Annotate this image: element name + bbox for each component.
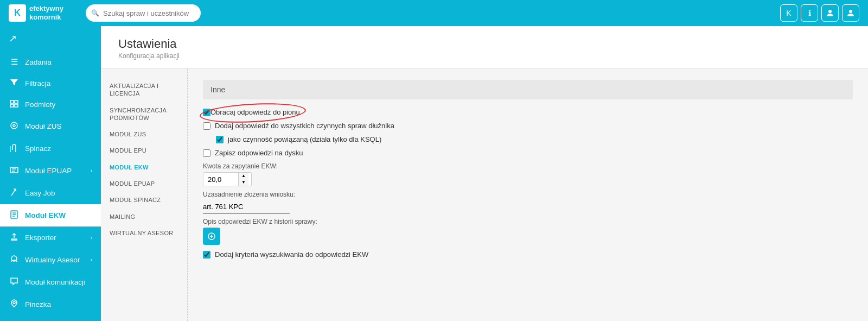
svg-point-11 (13, 301, 15, 304)
wirtualny-asesor-chevron: › (91, 257, 92, 263)
topbar-user2-button[interactable] (842, 4, 859, 22)
checkbox-row-obracaj: Obracaj odpowiedź do pionu (203, 108, 853, 116)
checkbox-dodaj-kryteria[interactable] (203, 251, 210, 259)
uzasadnienie-input[interactable] (203, 200, 290, 213)
topbar-k-button[interactable]: K (780, 4, 797, 22)
modul-ekw-icon (9, 210, 20, 221)
checkbox-obracaj[interactable] (203, 109, 210, 116)
svg-point-6 (11, 122, 17, 129)
checkbox-row-zapisz: Zapisz odpowiedzi na dysku (203, 149, 853, 157)
spinacz-icon (9, 143, 20, 154)
sidebar-item-modul-epuap[interactable]: Moduł EPUAP › (0, 160, 101, 182)
page-header: Ustawienia Konfiguracja aplikacji (101, 26, 868, 69)
sidebar-item-modul-komunikacji[interactable]: Moduł komunikacji (0, 271, 101, 293)
kwota-input-wrapper: ▲ ▼ (203, 172, 252, 186)
content-area: Ustawienia Konfiguracja aplikacji AKTUAL… (101, 26, 868, 321)
svg-rect-3 (15, 100, 18, 103)
sidebar: ↗ ☰ Zadania Filtracja Podmioty Moduł ZUS (0, 26, 101, 321)
settings-nav-modul-ekw[interactable]: MODUŁ EKW (101, 159, 187, 175)
opis-label: Opis odpowiedzi EKW z historii sprawy: (203, 218, 853, 225)
podmioty-icon (9, 100, 20, 109)
wirtualny-asesor-icon (9, 255, 20, 265)
search-input[interactable] (86, 4, 201, 22)
uzasadnienie-label: Uzasadnienie złożenia wniosku: (203, 191, 853, 198)
settings-nav-modul-epu[interactable]: MODUŁ EPU (101, 142, 187, 159)
topbar-info-button[interactable]: ℹ (801, 4, 818, 22)
main-layout: ↗ ☰ Zadania Filtracja Podmioty Moduł ZUS (0, 26, 868, 321)
page-subtitle: Konfiguracja aplikacji (118, 52, 851, 60)
pinezka-icon (9, 299, 20, 310)
settings-nav-modul-spinacz[interactable]: MODUŁ SPINACZ (101, 192, 187, 208)
svg-rect-8 (10, 167, 18, 173)
topbar-user1-button[interactable] (821, 4, 839, 22)
svg-rect-5 (15, 104, 18, 107)
sidebar-item-pinezka[interactable]: Pinezka (0, 293, 101, 316)
checkbox-zapisz-dysk[interactable] (203, 149, 210, 157)
modul-komunikacji-icon (9, 277, 20, 287)
app-logo: K efektywny komornik (9, 4, 79, 22)
modul-epuap-chevron: › (91, 168, 92, 174)
logo-icon: K (9, 4, 26, 22)
svg-rect-2 (10, 100, 14, 103)
topbar: K efektywny komornik K ℹ (0, 0, 868, 26)
kwota-label: Kwota za zapytanie EKW: (203, 162, 853, 170)
checkbox-dodaj-odpowiedz[interactable] (203, 122, 210, 130)
kwota-increment[interactable]: ▲ (239, 173, 248, 179)
svg-point-7 (13, 124, 15, 127)
settings-nav-wirtualny-asesor[interactable]: WIRTUALNY ASESOR (101, 225, 187, 241)
settings-nav-modul-zus[interactable]: MODUŁ ZUS (101, 126, 187, 142)
modul-zus-icon (9, 121, 20, 131)
sidebar-item-modul-zus[interactable]: Moduł ZUS (0, 115, 101, 137)
kwota-decrement[interactable]: ▼ (239, 179, 248, 186)
filtracja-icon (9, 79, 20, 88)
sidebar-item-eksporter[interactable]: Eksporter › (0, 226, 101, 249)
sidebar-item-modul-ekw[interactable]: Moduł EKW (0, 204, 101, 226)
circle-annotation: Obracaj odpowiedź do pionu (203, 108, 300, 116)
settings-nav-aktualizacja[interactable]: AKTUALIZACJA I LICENCJA (101, 78, 187, 102)
kwota-input[interactable] (203, 173, 238, 186)
sidebar-item-easy-job[interactable]: Easy Job (0, 182, 101, 204)
svg-rect-4 (10, 104, 14, 107)
settings-nav-mailing[interactable]: MAILING (101, 209, 187, 225)
checkbox-row-dodaj: Dodaj odpowiedź do wszystkich czynnych s… (203, 122, 853, 130)
checkbox-jako-czynnosc[interactable] (216, 136, 224, 143)
eksporter-chevron: › (91, 235, 92, 241)
sidebar-item-wirtualny-asesor[interactable]: Wirtualny Asesor › (0, 249, 101, 271)
svg-point-0 (828, 10, 832, 13)
sidebar-expand-button[interactable]: ↗ (0, 26, 101, 51)
sidebar-item-zadania[interactable]: ☰ Zadania (0, 51, 101, 73)
settings-nav-modul-epuap[interactable]: MODUŁ EPUAP (101, 175, 187, 192)
settings-nav-synchronizacja[interactable]: SYNCHRONIZACJA PODMIOTÓW (101, 102, 187, 127)
eksporter-icon (9, 232, 20, 243)
sidebar-item-filtracja[interactable]: Filtracja (0, 73, 101, 94)
easy-job-icon (9, 188, 20, 198)
zadania-icon: ☰ (9, 57, 20, 67)
checkbox-row-dodaj-kryteria: Dodaj kryteria wyszukiwania do odpowiedz… (203, 250, 853, 259)
settings-body: AKTUALIZACJA I LICENCJA SYNCHRONIZACJA P… (101, 69, 868, 321)
topbar-actions: K ℹ (780, 4, 859, 22)
search-wrapper (86, 4, 346, 22)
modul-epuap-icon (9, 166, 20, 176)
opis-add-button[interactable] (203, 228, 220, 245)
sidebar-item-spinacz[interactable]: Spinacz (0, 137, 101, 160)
settings-nav: AKTUALIZACJA I LICENCJA SYNCHRONIZACJA P… (101, 69, 188, 321)
settings-content: Inne Obracaj odpowiedź do pionu Dodaj od… (188, 69, 868, 321)
page-title: Ustawienia (118, 37, 851, 51)
sidebar-item-podmioty[interactable]: Podmioty (0, 94, 101, 115)
section-header-inne: Inne (203, 80, 853, 99)
kwota-spinners: ▲ ▼ (238, 173, 248, 186)
svg-point-1 (849, 10, 852, 13)
checkbox-row-jako-czynnosc: jako czynność powiązaną (działa tylko dl… (216, 135, 853, 143)
